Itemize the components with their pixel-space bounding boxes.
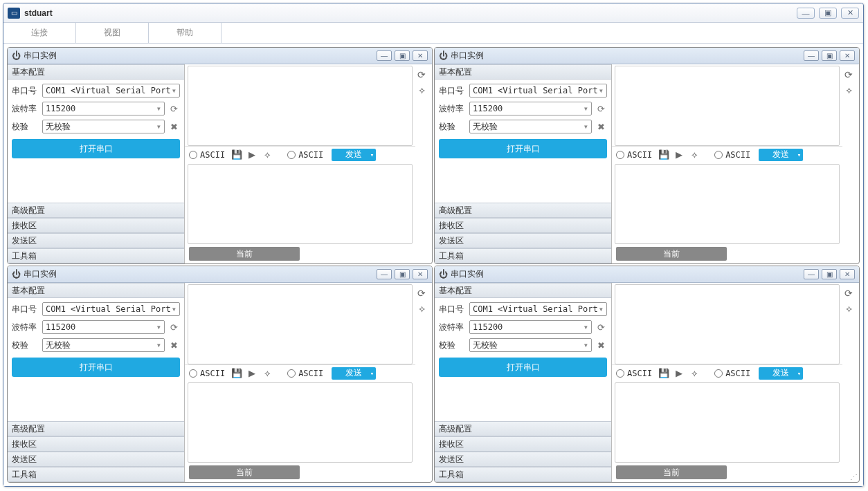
- output-area[interactable]: [188, 284, 413, 364]
- section-send[interactable]: 发送区: [8, 233, 184, 248]
- output-area[interactable]: [615, 66, 840, 146]
- panel-minimize-button[interactable]: —: [804, 50, 819, 61]
- section-send[interactable]: 发送区: [435, 452, 611, 467]
- port-select[interactable]: COM1 <Virtual Serial Port: [42, 302, 180, 316]
- panel-close-button[interactable]: ✕: [413, 50, 428, 61]
- options-icon[interactable]: ⟡: [842, 84, 855, 96]
- ascii-radio-1[interactable]: [616, 151, 624, 159]
- refresh-output-icon[interactable]: ⟳: [842, 287, 855, 299]
- resize-grip[interactable]: ⋰: [850, 473, 858, 482]
- section-send[interactable]: 发送区: [8, 452, 184, 467]
- ascii-radio-2[interactable]: [287, 369, 296, 378]
- refresh-output-icon[interactable]: ⟳: [415, 68, 428, 81]
- play-icon[interactable]: ▶: [246, 149, 258, 161]
- parity-select[interactable]: 无校验: [469, 338, 592, 352]
- panel-maximize-button[interactable]: ▣: [822, 269, 837, 279]
- close-button[interactable]: ✕: [841, 8, 859, 19]
- section-toolbox[interactable]: 工具箱: [8, 248, 184, 263]
- ascii-radio-2[interactable]: [287, 151, 296, 159]
- section-toolbox[interactable]: 工具箱: [435, 248, 611, 263]
- ascii-radio-1[interactable]: [189, 369, 197, 378]
- refresh-output-icon[interactable]: ⟳: [415, 287, 428, 299]
- section-advanced[interactable]: 高级配置: [435, 421, 611, 436]
- save-icon[interactable]: 💾: [658, 367, 670, 380]
- options-icon[interactable]: ⟡: [415, 302, 428, 315]
- output-area[interactable]: [615, 284, 840, 364]
- section-toolbox[interactable]: 工具箱: [435, 467, 611, 482]
- open-port-button[interactable]: 打开串口: [439, 358, 607, 377]
- options-icon[interactable]: ⟡: [842, 302, 855, 315]
- ascii-radio-1[interactable]: [616, 369, 624, 378]
- baud-select[interactable]: 115200: [42, 320, 165, 334]
- parity-select[interactable]: 无校验: [42, 338, 165, 352]
- ascii-radio-2[interactable]: [714, 151, 723, 159]
- open-port-button[interactable]: 打开串口: [12, 139, 180, 158]
- open-port-button[interactable]: 打开串口: [439, 139, 607, 158]
- port-select[interactable]: COM1 <Virtual Serial Port: [469, 84, 607, 98]
- input-area[interactable]: [188, 382, 413, 463]
- settings-icon[interactable]: ✖: [168, 120, 180, 133]
- section-recv[interactable]: 接收区: [435, 218, 611, 233]
- refresh-icon[interactable]: ⟳: [168, 321, 180, 333]
- parity-select[interactable]: 无校验: [469, 120, 592, 133]
- baud-select[interactable]: 115200: [42, 102, 165, 115]
- panel-minimize-button[interactable]: —: [377, 50, 392, 61]
- menu-view[interactable]: 视图: [76, 23, 149, 43]
- current-button[interactable]: 当前: [616, 465, 727, 479]
- settings-icon[interactable]: ✖: [595, 339, 607, 351]
- play-icon[interactable]: ▶: [673, 367, 685, 380]
- section-toolbox[interactable]: 工具箱: [8, 467, 184, 482]
- input-area[interactable]: [615, 164, 840, 244]
- section-advanced[interactable]: 高级配置: [435, 203, 611, 218]
- section-recv[interactable]: 接收区: [435, 436, 611, 452]
- play-icon[interactable]: ▶: [246, 367, 258, 380]
- input-area[interactable]: [615, 382, 840, 463]
- current-button[interactable]: 当前: [616, 247, 727, 261]
- panel-close-button[interactable]: ✕: [840, 50, 855, 61]
- section-recv[interactable]: 接收区: [8, 436, 184, 452]
- ascii-radio-2[interactable]: [714, 369, 723, 378]
- save-icon[interactable]: 💾: [230, 149, 243, 161]
- input-area[interactable]: [188, 164, 413, 244]
- output-area[interactable]: [188, 66, 413, 146]
- refresh-icon[interactable]: ⟳: [595, 321, 607, 333]
- refresh-icon[interactable]: ⟳: [168, 102, 180, 115]
- send-button[interactable]: 发送: [332, 149, 376, 161]
- current-button[interactable]: 当前: [189, 247, 300, 261]
- maximize-button[interactable]: ▣: [819, 8, 837, 19]
- panel-close-button[interactable]: ✕: [840, 269, 855, 279]
- port-select[interactable]: COM1 <Virtual Serial Port: [42, 84, 180, 98]
- menu-connect[interactable]: 连接: [3, 23, 76, 43]
- minimize-button[interactable]: —: [797, 8, 815, 19]
- send-button[interactable]: 发送: [759, 367, 803, 380]
- options-icon[interactable]: ⟡: [415, 84, 428, 96]
- save-icon[interactable]: 💾: [658, 149, 670, 161]
- settings-icon[interactable]: ✖: [595, 120, 607, 133]
- panel-maximize-button[interactable]: ▣: [395, 50, 410, 61]
- ascii-radio-1[interactable]: [189, 151, 197, 159]
- send-button[interactable]: 发送: [332, 367, 376, 380]
- baud-select[interactable]: 115200: [469, 102, 592, 115]
- parity-select[interactable]: 无校验: [42, 120, 165, 133]
- current-button[interactable]: 当前: [189, 465, 300, 479]
- section-basic[interactable]: 基本配置: [8, 64, 184, 80]
- panel-maximize-button[interactable]: ▣: [395, 269, 410, 279]
- refresh-icon[interactable]: ⟳: [595, 102, 607, 115]
- menu-help[interactable]: 帮助: [149, 23, 221, 43]
- section-advanced[interactable]: 高级配置: [8, 203, 184, 218]
- open-port-button[interactable]: 打开串口: [12, 358, 180, 377]
- clear-icon[interactable]: ⟡: [261, 149, 273, 161]
- baud-select[interactable]: 115200: [469, 320, 592, 334]
- clear-icon[interactable]: ⟡: [688, 367, 700, 380]
- section-basic[interactable]: 基本配置: [435, 64, 611, 80]
- clear-icon[interactable]: ⟡: [688, 149, 700, 161]
- section-basic[interactable]: 基本配置: [435, 283, 611, 298]
- play-icon[interactable]: ▶: [673, 149, 685, 161]
- section-basic[interactable]: 基本配置: [8, 283, 184, 298]
- clear-icon[interactable]: ⟡: [261, 367, 273, 380]
- send-button[interactable]: 发送: [759, 149, 803, 161]
- refresh-output-icon[interactable]: ⟳: [842, 68, 855, 81]
- panel-minimize-button[interactable]: —: [377, 269, 392, 279]
- panel-minimize-button[interactable]: —: [804, 269, 819, 279]
- settings-icon[interactable]: ✖: [168, 339, 180, 351]
